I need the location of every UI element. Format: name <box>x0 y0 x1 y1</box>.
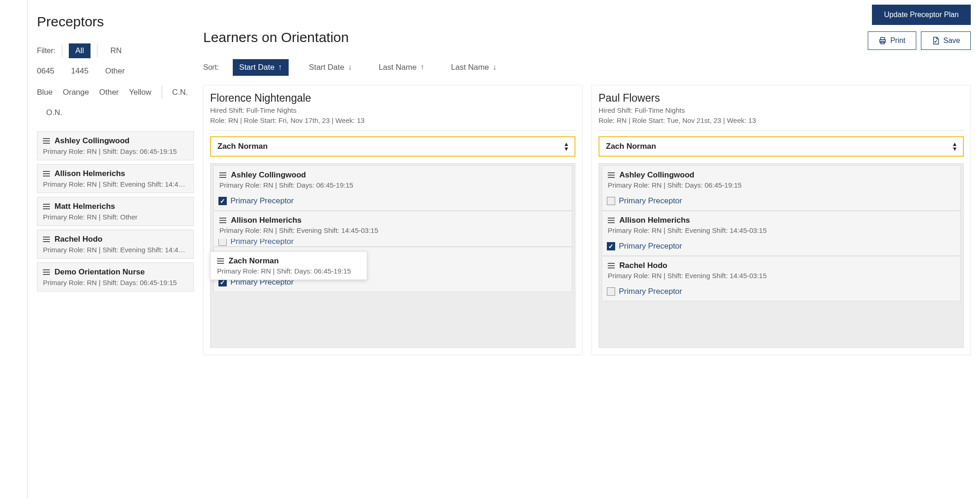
drag-handle-icon[interactable] <box>608 218 615 223</box>
preceptor-detail: Primary Role: RN | Shift: Days: 06:45-19… <box>43 147 188 155</box>
drag-handle-icon[interactable] <box>43 171 50 176</box>
sort-label-text: Start Date <box>239 63 275 72</box>
preceptor-item[interactable]: Demo Orientation NursePrimary Role: RN |… <box>37 262 194 292</box>
filter-chip-cn[interactable]: C.N. <box>172 88 188 97</box>
assigned-preceptor-item[interactable]: Allison HelmerichsPrimary Role: RN | Shi… <box>602 211 961 256</box>
preceptor-select[interactable]: Zach Norman▴▾ <box>599 136 964 157</box>
sort-label: Sort: <box>203 63 219 72</box>
filter-chip-all[interactable]: All <box>69 43 91 58</box>
primary-preceptor-label: Primary Preceptor <box>619 287 682 296</box>
arrow-icon: ↑ <box>278 63 282 72</box>
assigned-preceptor-item[interactable]: Ashley CollingwoodPrimary Role: RN | Shi… <box>602 165 961 211</box>
primary-preceptor-checkbox[interactable] <box>607 287 615 296</box>
filter-chip-other-time[interactable]: Other <box>105 64 132 79</box>
primary-preceptor-row[interactable]: Primary Preceptor <box>602 284 960 301</box>
primary-preceptor-label: Primary Preceptor <box>230 196 294 206</box>
preceptor-detail: Primary Role: RN | Shift: Other <box>43 213 188 221</box>
print-button[interactable]: Print <box>868 31 916 50</box>
sort-chip[interactable]: Start Date ↓ <box>302 59 358 76</box>
assigned-preceptor-item[interactable]: Allison HelmerichsPrimary Role: RN | Shi… <box>213 211 572 247</box>
sort-chip[interactable]: Start Date ↑ <box>233 59 289 76</box>
learner-card: Florence NightengaleHired Shift: Full-Ti… <box>203 85 582 355</box>
main-content: Update Preceptor Plan Learners on Orient… <box>203 0 971 499</box>
top-bar: Update Preceptor Plan <box>203 0 971 30</box>
preceptor-detail: Primary Role: RN | Shift: Days: 06:45-19… <box>43 279 188 286</box>
drag-handle-icon[interactable] <box>43 269 50 275</box>
drag-handle-icon[interactable] <box>217 258 224 264</box>
assigned-name: Ashley Collingwood <box>231 170 306 180</box>
divider <box>62 44 62 57</box>
filter-chip-on[interactable]: O.N. <box>46 108 62 117</box>
drag-handle-icon[interactable] <box>219 172 226 178</box>
assigned-preceptor-item[interactable]: Ashley CollingwoodPrimary Role: RN | Shi… <box>213 165 572 211</box>
dragging-name: Zach Norman <box>229 256 279 266</box>
primary-preceptor-checkbox[interactable] <box>218 197 227 205</box>
filter-chip-blue[interactable]: Blue <box>37 88 53 97</box>
primary-preceptor-row[interactable]: Primary Preceptor <box>602 239 960 256</box>
assigned-detail: Primary Role: RN | Shift: Days: 06:45-19… <box>608 181 955 189</box>
preceptor-item[interactable]: Ashley CollingwoodPrimary Role: RN | Shi… <box>37 131 194 160</box>
drag-handle-icon[interactable] <box>608 172 615 178</box>
preceptor-detail: Primary Role: RN | Shift: Evening Shift:… <box>43 246 188 254</box>
preceptors-sidebar: Preceptors Filter: All RN 0645 1445 Othe… <box>28 0 203 499</box>
divider <box>162 86 162 99</box>
assigned-detail: Primary Role: RN | Shift: Evening Shift:… <box>608 272 955 280</box>
learner-meta: Hired Shift: Full-Time NightsRole: RN | … <box>599 105 964 131</box>
assigned-name: Allison Helmerichs <box>619 216 690 225</box>
preceptor-name: Ashley Collingwood <box>54 136 129 146</box>
sort-chip[interactable]: Last Name ↑ <box>372 59 431 76</box>
primary-preceptor-row[interactable]: Primary Preceptor <box>214 239 572 246</box>
drag-handle-icon[interactable] <box>219 218 226 223</box>
preceptor-item[interactable]: Rachel HodoPrimary Role: RN | Shift: Eve… <box>37 230 194 259</box>
assigned-detail: Primary Role: RN | Shift: Evening Shift:… <box>608 226 955 234</box>
update-preceptor-plan-button[interactable]: Update Preceptor Plan <box>872 5 971 25</box>
action-buttons: Print Save <box>868 31 971 50</box>
primary-preceptor-checkbox[interactable] <box>607 197 615 205</box>
assigned-preceptor-list[interactable]: Ashley CollingwoodPrimary Role: RN | Shi… <box>599 163 964 348</box>
preceptor-detail: Primary Role: RN | Shift: Evening Shift:… <box>43 180 188 188</box>
assigned-preceptor-item[interactable]: Rachel HodoPrimary Role: RN | Shift: Eve… <box>602 256 961 301</box>
filter-chip-other-color[interactable]: Other <box>99 88 119 97</box>
pdf-icon <box>932 37 940 45</box>
save-label: Save <box>944 37 960 45</box>
learner-meta: Hired Shift: Full-Time NightsRole: RN | … <box>210 105 575 131</box>
learners-grid: Florence NightengaleHired Shift: Full-Ti… <box>203 85 971 355</box>
drag-handle-icon[interactable] <box>43 204 50 209</box>
filter-chip-1445[interactable]: 1445 <box>71 64 95 79</box>
filter-chip-orange[interactable]: Orange <box>63 88 89 97</box>
primary-preceptor-label: Primary Preceptor <box>619 242 682 251</box>
assigned-name: Ashley Collingwood <box>619 170 694 180</box>
primary-preceptor-row[interactable]: Primary Preceptor <box>602 194 960 210</box>
primary-preceptor-checkbox[interactable] <box>607 242 615 250</box>
save-button[interactable]: Save <box>921 31 971 50</box>
sort-label-text: Last Name <box>379 63 417 72</box>
preceptor-select[interactable]: Zach Norman▴▾ <box>210 136 575 157</box>
preceptor-name: Allison Helmerichs <box>54 169 125 178</box>
sort-label-text: Last Name <box>451 63 489 72</box>
primary-preceptor-checkbox[interactable] <box>218 239 227 246</box>
dragging-detail: Primary Role: RN | Shift: Days: 06:45-19… <box>217 267 360 275</box>
filter-chip-0645[interactable]: 0645 <box>37 64 61 79</box>
filter-row-on: O.N. <box>37 108 194 117</box>
drag-handle-icon[interactable] <box>43 237 50 242</box>
filter-row-time: 0645 1445 Other <box>37 64 194 79</box>
drag-handle-icon[interactable] <box>43 138 50 144</box>
preceptor-item[interactable]: Allison HelmerichsPrimary Role: RN | Shi… <box>37 164 194 193</box>
dragging-preceptor-item[interactable]: Zach NormanPrimary Role: RN | Shift: Day… <box>210 251 367 280</box>
filter-label: Filter: <box>37 47 55 55</box>
preceptors-title: Preceptors <box>37 14 194 30</box>
select-caret-icon: ▴▾ <box>565 142 568 151</box>
primary-preceptor-row[interactable]: Primary Preceptor <box>214 194 572 210</box>
filter-chip-rn[interactable]: RN <box>104 43 128 58</box>
assigned-detail: Primary Role: RN | Shift: Evening Shift:… <box>219 226 566 234</box>
sort-chip[interactable]: Last Name ↓ <box>445 59 503 76</box>
arrow-icon: ↑ <box>420 63 424 72</box>
preceptor-item[interactable]: Matt HelmerichsPrimary Role: RN | Shift:… <box>37 197 194 226</box>
print-label: Print <box>890 37 906 45</box>
filter-chip-yellow[interactable]: Yellow <box>129 88 151 97</box>
drag-handle-icon[interactable] <box>608 263 615 268</box>
arrow-icon: ↓ <box>348 63 352 72</box>
assigned-name: Rachel Hodo <box>619 261 667 270</box>
arrow-icon: ↓ <box>493 63 497 72</box>
header-row: Learners on Orientation Print Save <box>203 30 971 55</box>
